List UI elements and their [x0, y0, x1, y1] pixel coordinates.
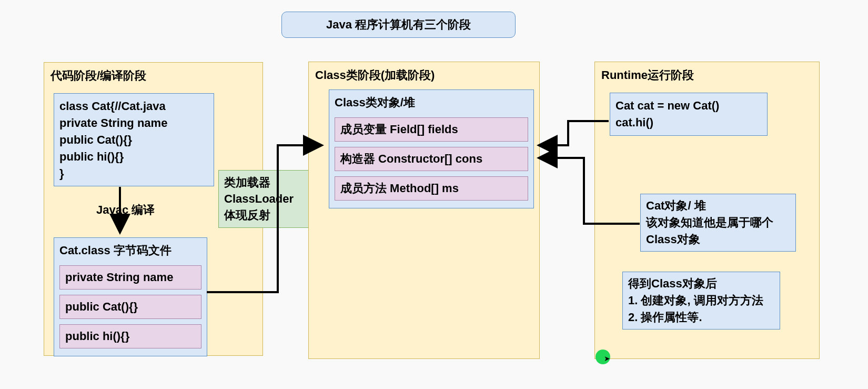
source-code-box: class Cat{//Cat.java private String name… [54, 93, 214, 186]
summary-box: 得到Class对象后 1. 创建对象, 调用对方方法 2. 操作属性等. [622, 272, 780, 330]
diagram-title: Java 程序计算机有三个阶段 [281, 12, 516, 38]
classloader-text: 类加载器 ClassLoader 体现反射 [224, 175, 310, 223]
runtime-code-box: Cat cat = new Cat() cat.hi() [610, 93, 768, 136]
bytecode-field: private String name [59, 265, 201, 290]
bytecode-constructor: public Cat(){} [59, 295, 201, 319]
class-heap-title: Class类对象/堆 [335, 94, 528, 111]
class-heap-box: Class类对象/堆 成员变量 Field[] fields 构造器 Const… [329, 89, 534, 208]
summary-text: 得到Class对象后 1. 创建对象, 调用对方方法 2. 操作属性等. [628, 275, 774, 326]
stage-3-runtime: Runtime运行阶段 Cat cat = new Cat() cat.hi()… [594, 62, 820, 359]
stage-2-class-load: Class类阶段(加载阶段) Class类对象/堆 成员变量 Field[] f… [308, 62, 540, 359]
cat-object-text: Cat对象/ 堆 该对象知道他是属于哪个Class对象 [646, 197, 790, 248]
bytecode-box: Cat.class 字节码文件 private String name publ… [54, 237, 207, 356]
methods-pill: 成员方法 Method[] ms [335, 176, 528, 201]
cat-object-box: Cat对象/ 堆 该对象知道他是属于哪个Class对象 [640, 194, 796, 252]
source-code-text: class Cat{//Cat.java private String name… [59, 98, 208, 182]
bytecode-title: Cat.class 字节码文件 [59, 242, 201, 259]
runtime-code-text: Cat cat = new Cat() cat.hi() [615, 97, 762, 131]
compile-label: Javac 编译 [96, 202, 155, 218]
bytecode-method: public hi(){} [59, 324, 201, 348]
fields-pill: 成员变量 Field[] fields [335, 117, 528, 142]
classloader-box: 类加载器 ClassLoader 体现反射 [218, 170, 316, 228]
title-text: Java 程序计算机有三个阶段 [326, 17, 471, 33]
stage-1-title: 代码阶段/编译阶段 [51, 68, 256, 84]
cursor-arrow-icon: ➤ [604, 354, 610, 363]
stage-3-title: Runtime运行阶段 [601, 67, 813, 83]
stage-2-title: Class类阶段(加载阶段) [315, 67, 533, 83]
constructors-pill: 构造器 Constructor[] cons [335, 147, 528, 171]
